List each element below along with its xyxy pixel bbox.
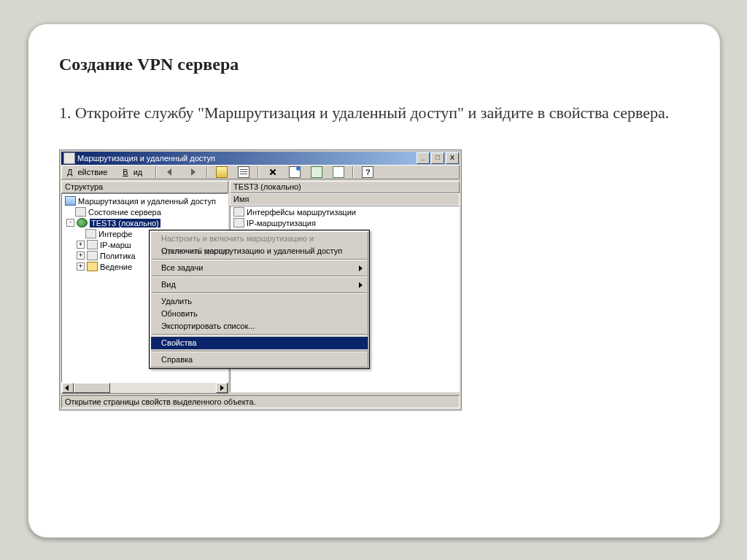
submenu-arrow-icon bbox=[359, 282, 363, 288]
export-icon[interactable] bbox=[333, 166, 344, 178]
window-title: Маршрутизация и удаленный доступ bbox=[77, 152, 215, 165]
list-column-header[interactable]: Имя bbox=[230, 193, 460, 206]
tree-server-node[interactable]: - TEST3 (локально) bbox=[62, 217, 228, 228]
menu-delete[interactable]: Удалить bbox=[151, 295, 368, 308]
status-bar: Открытие страницы свойств выделенного об… bbox=[61, 395, 460, 408]
menu-configure-rras: Настроить и включить маршрутизацию и уда… bbox=[151, 233, 368, 245]
structure-header[interactable]: Структура bbox=[61, 181, 228, 193]
menu-separator bbox=[152, 276, 367, 277]
help-icon[interactable]: ? bbox=[362, 166, 374, 178]
menu-properties[interactable]: Свойства bbox=[151, 337, 368, 349]
slide-text: 1. Откройте службу "Маршрутизация и удал… bbox=[59, 102, 689, 124]
window-titlebar[interactable]: Маршрутизация и удаленный доступ _ □ X bbox=[61, 152, 460, 165]
menu-refresh[interactable]: Обновить bbox=[151, 308, 368, 320]
console-root-icon bbox=[65, 196, 76, 206]
menu-separator bbox=[152, 351, 367, 352]
menu-separator bbox=[152, 259, 367, 260]
server-status-icon bbox=[75, 207, 86, 217]
interfaces-icon bbox=[233, 207, 244, 217]
menu-separator bbox=[152, 334, 367, 335]
close-button[interactable]: X bbox=[446, 152, 459, 164]
tree-server-status[interactable]: Состояние сервера bbox=[62, 206, 228, 217]
app-icon bbox=[63, 152, 75, 164]
server-icon bbox=[77, 218, 88, 228]
logging-icon bbox=[87, 262, 98, 271]
slide-content: Создание VPN сервера 1. Откройте службу … bbox=[59, 55, 689, 507]
content-header: TEST3 (локально) bbox=[230, 181, 460, 193]
expand-toggle-icon[interactable]: + bbox=[77, 241, 85, 249]
slide-frame: Создание VPN сервера 1. Откройте службу … bbox=[28, 23, 721, 538]
show-console-icon[interactable] bbox=[238, 166, 249, 178]
scroll-right-button[interactable] bbox=[216, 383, 228, 393]
menu-view[interactable]: Вид bbox=[151, 279, 368, 291]
policy-icon bbox=[87, 251, 98, 260]
menu-toolbar: Действие Вид ? bbox=[61, 165, 460, 179]
menu-view[interactable]: Вид bbox=[123, 168, 147, 176]
list-item[interactable]: Интерфейсы маршрутизации bbox=[231, 206, 459, 217]
menu-all-tasks[interactable]: Все задачи bbox=[151, 262, 368, 274]
back-icon[interactable] bbox=[165, 166, 177, 178]
menu-disable-rras[interactable]: Отключить маршрутизацию и удаленный дост… bbox=[151, 245, 368, 257]
properties-icon[interactable] bbox=[289, 166, 301, 178]
menu-separator bbox=[152, 292, 367, 294]
forward-icon[interactable] bbox=[187, 166, 198, 178]
scroll-left-button[interactable] bbox=[62, 383, 74, 393]
menu-action[interactable]: Действие bbox=[67, 168, 112, 176]
submenu-arrow-icon bbox=[359, 265, 363, 271]
toolbar-divider bbox=[155, 166, 157, 178]
delete-icon[interactable] bbox=[267, 166, 279, 178]
refresh-icon[interactable] bbox=[311, 166, 322, 178]
menu-help[interactable]: Справка bbox=[151, 354, 368, 366]
tree-scrollbar[interactable] bbox=[61, 382, 228, 394]
scroll-thumb[interactable] bbox=[74, 383, 110, 393]
ip-routing-icon bbox=[233, 218, 244, 228]
menu-export-list[interactable]: Экспортировать список... bbox=[151, 320, 368, 332]
ip-routing-icon bbox=[87, 240, 98, 249]
list-item[interactable]: IP-маршрутизация bbox=[231, 217, 459, 228]
status-text: Открытие страницы свойств выделенного об… bbox=[65, 397, 256, 406]
minimize-button[interactable]: _ bbox=[417, 152, 430, 164]
context-menu: Настроить и включить маршрутизацию и уда… bbox=[149, 230, 370, 369]
tree-root[interactable]: Маршрутизация и удаленный доступ bbox=[62, 195, 228, 206]
interfaces-icon bbox=[85, 229, 96, 238]
mmc-window: Маршрутизация и удаленный доступ _ □ X Д… bbox=[59, 149, 462, 411]
up-folder-icon[interactable] bbox=[216, 166, 228, 178]
collapse-toggle-icon[interactable]: - bbox=[66, 219, 74, 227]
maximize-button[interactable]: □ bbox=[431, 152, 444, 164]
slide-title: Создание VPN сервера bbox=[59, 55, 689, 74]
